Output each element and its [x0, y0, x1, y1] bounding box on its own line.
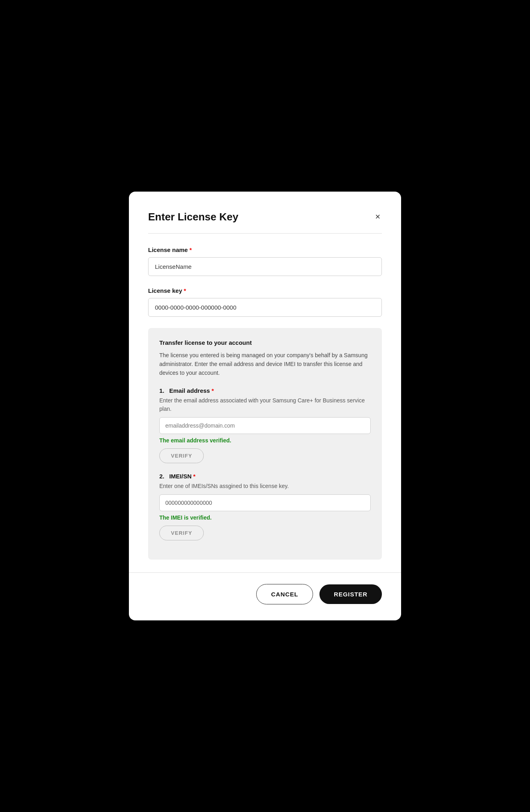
modal-header: Enter License Key × [148, 211, 382, 223]
close-button[interactable]: × [373, 211, 382, 223]
footer-divider [129, 572, 401, 573]
imei-verified-text: The IMEI is verified. [159, 514, 371, 521]
transfer-title: Transfer license to your account [159, 339, 371, 346]
license-key-group: License key * [148, 287, 382, 317]
license-name-input[interactable] [148, 257, 382, 276]
email-sub-field: 1. Email address * Enter the email addre… [159, 387, 371, 463]
imei-input[interactable] [159, 494, 371, 511]
modal-dialog: Enter License Key × License name * Licen… [129, 192, 401, 620]
email-verified-text: The email address verified. [159, 437, 371, 444]
imei-label: 2. IMEI/SN * [159, 473, 371, 480]
email-verify-button[interactable]: VERIFY [159, 448, 204, 463]
required-star-imei: * [193, 473, 196, 480]
email-input[interactable] [159, 417, 371, 434]
email-label: 1. Email address * [159, 387, 371, 394]
imei-description: Enter one of IMEIs/SNs assgined to this … [159, 482, 371, 490]
license-name-label: License name * [148, 246, 382, 253]
imei-sub-field: 2. IMEI/SN * Enter one of IMEIs/SNs assg… [159, 473, 371, 540]
license-key-input[interactable] [148, 298, 382, 317]
transfer-description: The license you entered is being managed… [159, 351, 371, 378]
modal-title: Enter License Key [148, 211, 238, 223]
email-description: Enter the email address associated with … [159, 396, 371, 413]
cancel-button[interactable]: CANCEL [256, 584, 313, 604]
license-key-label: License key * [148, 287, 382, 294]
required-star-name: * [189, 246, 192, 253]
transfer-box: Transfer license to your account The lic… [148, 328, 382, 560]
modal-footer: CANCEL REGISTER [148, 584, 382, 604]
required-star-key: * [184, 287, 186, 294]
imei-verify-button[interactable]: VERIFY [159, 526, 204, 540]
register-button[interactable]: REGISTER [319, 584, 382, 604]
license-name-group: License name * [148, 246, 382, 276]
header-divider [148, 233, 382, 234]
required-star-email: * [211, 387, 214, 394]
modal-overlay: Enter License Key × License name * Licen… [0, 0, 530, 812]
